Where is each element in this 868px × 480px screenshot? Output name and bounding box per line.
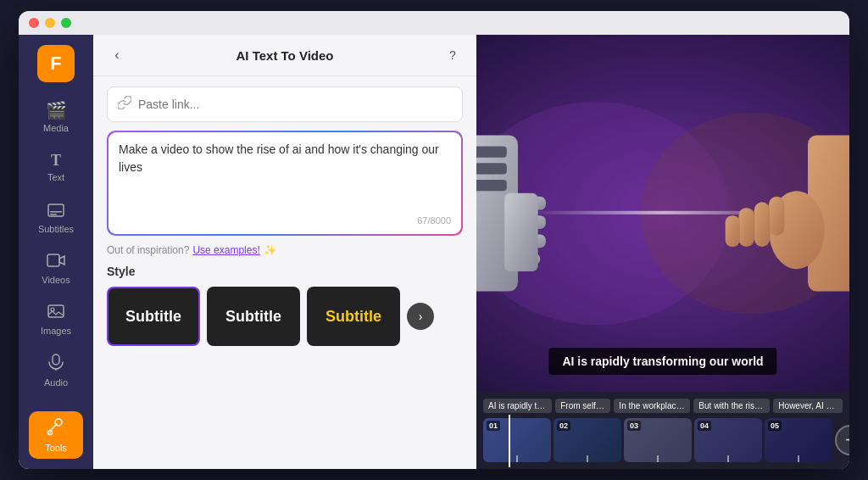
clip-label-1: AI is rapidly transfo... [483, 399, 552, 413]
app-logo: F [37, 45, 75, 82]
timeline-panel: AI is rapidly transfo... From self-drivi… [476, 392, 849, 469]
close-button[interactable] [29, 18, 39, 28]
thumb-tick-5 [798, 455, 799, 462]
help-button[interactable]: ? [442, 45, 463, 65]
panel-header: ‹ AI Text To Video ? [93, 35, 476, 76]
maximize-button[interactable] [61, 18, 71, 28]
prompt-textarea[interactable]: Make a video to show the rise of ai and … [119, 141, 451, 209]
sidebar-label-text: Text [47, 172, 64, 182]
subtitle-text: AI is rapidly transforming our world [562, 354, 763, 368]
media-icon: 🎬 [46, 100, 67, 120]
sidebar-item-media[interactable]: 🎬 Media [29, 92, 83, 140]
use-examples-link[interactable]: Use examples! [192, 244, 259, 256]
svg-rect-14 [476, 163, 507, 174]
main-panel: ‹ AI Text To Video ? [93, 35, 476, 469]
sidebar: F 🎬 Media T Text Subtitles [19, 35, 93, 469]
subtitle-overlay: AI is rapidly transforming our world [548, 348, 776, 375]
svg-rect-13 [476, 147, 507, 158]
thumb-tick-1 [516, 455, 518, 462]
thumb-1[interactable]: 01 [483, 418, 551, 462]
back-button[interactable]: ‹ [107, 45, 127, 65]
thumb-2[interactable]: 02 [554, 418, 621, 462]
style-card-1-label: Subtitle [125, 308, 181, 326]
svg-rect-1 [50, 211, 62, 213]
style-card-2[interactable]: Subtitle [207, 287, 300, 346]
timeline-line [509, 415, 510, 467]
style-card-2-label: Subtitle [225, 308, 281, 326]
sidebar-label-audio: Audio [44, 377, 68, 388]
thumb-tick-3 [657, 455, 659, 462]
svg-rect-4 [48, 305, 64, 317]
link-icon [118, 96, 131, 113]
video-background: AI is rapidly transforming our world [476, 35, 849, 392]
sidebar-item-subtitles[interactable]: Subtitles [29, 194, 83, 242]
add-clip-button[interactable]: + [835, 425, 849, 455]
panel-content: Make a video to show the rise of ai and … [93, 76, 476, 469]
sidebar-item-videos[interactable]: Videos [29, 245, 83, 293]
thumb-tick-4 [727, 455, 729, 462]
thumb-num-4: 04 [698, 421, 711, 431]
panel-title: AI Text To Video [127, 48, 442, 63]
inspiration-row: Out of inspiration? Use examples! ✨ [107, 244, 463, 256]
images-icon [47, 304, 64, 323]
link-input[interactable] [138, 98, 452, 111]
clip-label-4: But with the rise of AI c... [693, 399, 770, 413]
clip-label-3: In the workplace, AI is a... [614, 399, 690, 413]
thumb-num-5: 05 [768, 421, 782, 431]
link-input-container [107, 87, 463, 122]
sidebar-label-subtitles: Subtitles [38, 224, 74, 234]
video-preview: AI is rapidly transforming our world [476, 35, 849, 392]
app-window: F 🎬 Media T Text Subtitles [19, 11, 849, 469]
clip-label-2: From self-drivi... [555, 399, 610, 413]
clip-label-5: However, AI also pr... [773, 399, 843, 413]
style-next-button[interactable]: › [407, 303, 434, 330]
inspiration-text: Out of inspiration? [107, 244, 189, 256]
char-count: 67/8000 [119, 215, 451, 226]
svg-rect-25 [754, 202, 770, 247]
timeline-clips-row: AI is rapidly transfo... From self-drivi… [483, 399, 843, 413]
preview-panel: AI is rapidly transforming our world AI … [476, 35, 849, 469]
text-icon: T [51, 152, 61, 170]
sparkle-icon: ✨ [264, 244, 276, 256]
svg-rect-15 [476, 180, 507, 191]
sidebar-label-tools: Tools [45, 443, 67, 453]
text-area-wrapper: Make a video to show the rise of ai and … [107, 131, 463, 236]
sidebar-item-text[interactable]: T Text [29, 143, 83, 191]
style-card-3[interactable]: Subtitle [307, 287, 400, 346]
sidebar-label-videos: Videos [42, 275, 70, 285]
sidebar-label-media: Media [43, 123, 69, 133]
sidebar-item-audio[interactable]: Audio [29, 347, 83, 394]
thumb-3[interactable]: 03 [624, 418, 692, 462]
svg-rect-24 [769, 197, 784, 236]
sidebar-item-images[interactable]: Images [29, 296, 83, 343]
svg-rect-6 [53, 354, 59, 365]
svg-rect-26 [738, 208, 754, 247]
svg-rect-20 [504, 193, 537, 271]
style-card-1[interactable]: Subtitle [107, 287, 200, 346]
videos-icon [47, 253, 65, 272]
thumb-num-1: 01 [487, 421, 500, 431]
thumb-4[interactable]: 04 [694, 418, 762, 462]
subtitles-icon [47, 202, 64, 221]
sidebar-label-images: Images [41, 326, 71, 336]
sidebar-item-tools[interactable]: Tools [29, 411, 83, 459]
minimize-button[interactable] [45, 18, 55, 28]
svg-rect-2 [50, 214, 57, 215]
style-label: Style [107, 265, 463, 278]
svg-rect-27 [726, 215, 740, 247]
app-body: F 🎬 Media T Text Subtitles [19, 35, 849, 469]
thumb-5[interactable]: 05 [765, 418, 832, 462]
timeline-thumbs-row: 01 02 03 04 [483, 418, 843, 462]
style-card-3-label: Subtitle [326, 308, 381, 326]
audio-icon [48, 354, 64, 375]
style-cards-container: Subtitle Subtitle Subtitle › [107, 287, 463, 346]
handshake-illustration [476, 35, 849, 392]
thumb-num-3: 03 [627, 421, 641, 431]
title-bar [19, 11, 849, 35]
thumb-num-2: 02 [557, 421, 570, 431]
tools-icon [47, 417, 65, 440]
thumb-tick-2 [587, 455, 588, 462]
svg-rect-3 [47, 254, 59, 266]
